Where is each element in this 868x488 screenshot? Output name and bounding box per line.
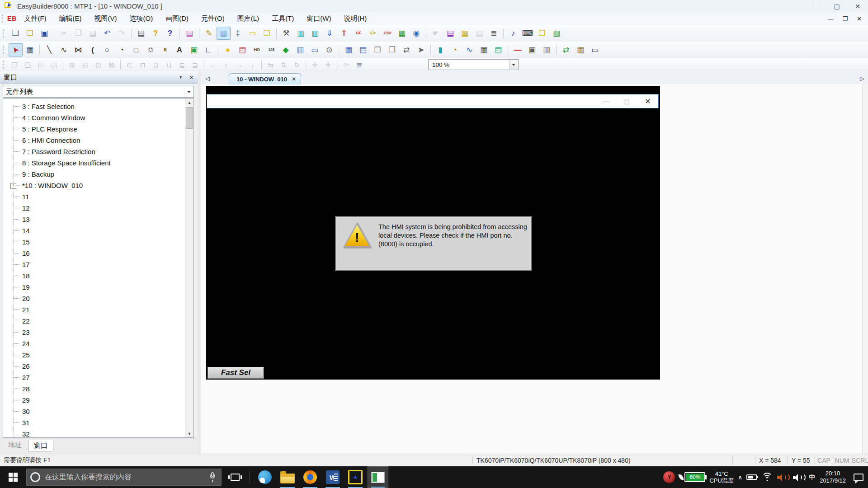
menu-item-t[interactable]: 工具(T) [272,14,294,23]
toolbar-button-save[interactable]: ▣ [38,27,52,40]
toolbar-button-function-key[interactable]: ◆ [279,43,293,56]
menu-item-w[interactable]: 窗口(W) [307,14,331,23]
zoom-dropdown-button[interactable] [509,60,518,69]
toolbar-button-download[interactable]: ⇓ [323,27,337,40]
panel-tab-window[interactable]: 窗口 [28,440,53,451]
maximize-button[interactable]: ▢ [826,0,847,12]
toolbar-button-bar-graph[interactable]: ▮ [434,43,448,56]
canvas-vertical-scrollbar[interactable] [862,84,868,454]
taskbar-app-easybuilder[interactable]: ➤ [345,466,366,488]
menu-item-o2[interactable]: 元件(O) [201,14,225,23]
tree-item-25[interactable]: 25 [3,349,185,361]
tree-item-8[interactable]: 8 : Storage Space Insufficient [3,157,185,169]
toolbar-button-set-word[interactable]: 123 [264,43,278,56]
tree-item-16[interactable]: 16 [3,248,185,259]
tree-expander-icon[interactable]: + [10,183,16,189]
mdi-restore-button[interactable]: ❐ [842,15,848,22]
toolbar-button-set-bit[interactable]: HO [250,43,264,56]
toolbar-button-layer[interactable]: ≣ [353,59,366,70]
fast-sel-button[interactable]: Fast Sel [208,367,264,379]
toolbar-button-help[interactable]: ? [149,27,163,40]
menu-item-f[interactable]: 文件(F) [24,14,46,23]
toolbar-button-backup[interactable]: ▦ [574,43,588,56]
toolbar-button-polyline[interactable]: ⋈ [71,43,85,56]
toolbar-button-ellipse[interactable]: ○ [100,43,114,56]
tree-item-12[interactable]: 12 [3,202,185,214]
taskbar-clock[interactable]: 20:10 2017/9/12 [820,470,846,484]
cpu-temperature[interactable]: 41°C CPU温度 [709,470,733,484]
battery-saver-indicator[interactable]: 60% [679,472,705,482]
tree-item-15[interactable]: 15 [3,236,185,248]
tree-item-20[interactable]: 20 [3,293,185,304]
scroll-down-icon[interactable]: ▼ [185,430,193,437]
toolbar-button-context-help[interactable]: ? [163,27,177,40]
minimize-button[interactable]: — [806,0,826,12]
tree-item-24[interactable]: 24 [3,338,185,349]
toolbar-button-polygon[interactable]: ✩ [144,43,158,56]
action-center-icon[interactable] [854,474,863,481]
toolbar-button-multi-state-switch[interactable]: ▭ [308,43,322,56]
taskbar-app-word[interactable]: W [322,466,343,488]
toolbar-button-new[interactable]: ❏ [9,27,23,40]
tree-item-27[interactable]: 27 [3,372,185,383]
toolbar-button-csv[interactable]: CSV [381,27,395,40]
panel-pin-icon[interactable]: ▼ [179,75,183,80]
menu-item-d[interactable]: 画图(D) [165,14,189,23]
toolbar-button-preview[interactable]: ◉ [410,27,424,40]
toolbar-button-slider[interactable]: ⊙ [322,43,336,56]
toolbar-button-media-player[interactable]: ▭ [588,43,602,56]
tree-item-11[interactable]: 11 [3,191,185,202]
object-list-dropdown[interactable]: 元件列表 [3,86,194,98]
taskbar-search-box[interactable]: 在这里输入你要搜索的内容 [26,469,222,486]
menu-item-v[interactable]: 视图(V) [94,14,117,23]
panel-tab-address[interactable]: 地址 [3,440,27,450]
toolbar-button-sound[interactable]: ♪ [506,27,520,40]
microphone-icon[interactable] [209,472,216,482]
tree-item-32[interactable]: 32 [3,428,185,438]
tree-item-14[interactable]: 14 [3,225,185,236]
toolbar-button-data-transfer[interactable]: ⇄ [559,43,573,56]
tab-close-icon[interactable]: ✕ [292,76,296,82]
toolbar-button-corner[interactable]: ∟ [202,43,216,56]
mdi-minimize-button[interactable]: — [827,15,833,22]
toolbar-button-alarm-bar[interactable]: — [511,43,525,56]
toolbar-button-keyboard[interactable]: ⌨ [521,27,535,40]
hmi-maximize-button[interactable]: ▢ [617,94,637,108]
speaker-icon[interactable] [793,473,805,481]
task-view-button[interactable] [224,466,246,488]
taskbar-app-browser[interactable] [300,466,321,488]
toolbar-button-print[interactable]: ▤ [134,27,148,40]
toolbar-button-simulate[interactable]: ✑ [366,27,380,40]
start-button[interactable] [0,466,26,488]
toolbar-button-tag-library[interactable]: ❒ [535,27,549,40]
tab-scroll-left-icon[interactable]: ◁ [205,75,210,82]
toolbar-button-pie[interactable]: ◔ [115,43,129,56]
dropdown-arrow[interactable] [184,86,193,97]
scroll-up-icon[interactable]: ▲ [185,99,193,106]
menu-item-o[interactable]: 选项(O) [130,14,153,23]
toolbar-button-rebuild[interactable]: ▥ [308,27,322,40]
toolbar-button-recipe[interactable]: ▦ [395,27,409,40]
toolbar-button-snap[interactable]: ‡ [231,27,245,40]
design-canvas[interactable]: — ▢ ✕ ! The HMI system is being prohibit… [201,84,868,454]
toolbar-button-rectangle[interactable]: □ [129,43,143,56]
tree-item-23[interactable]: 23 [3,327,185,338]
toolbar-button-alarm-display[interactable]: ▣ [525,43,539,56]
zoom-combobox[interactable]: 100 % [428,59,519,70]
toolbar-button-library[interactable]: ▤ [443,27,458,40]
tree-item-28[interactable]: 28 [3,383,185,394]
toolbar-button-bezier[interactable]: ∿ [57,43,71,56]
toolbar-button-bit-lamp[interactable]: ● [221,43,235,56]
battery-tray-icon[interactable] [746,474,757,480]
toolbar-button-cf-card[interactable]: CF [352,27,366,40]
toolbar-button-animation[interactable]: ➤ [414,43,428,56]
mdi-close-button[interactable]: ✕ [857,15,862,22]
toolbar-button-address-grid[interactable]: ▦ [458,27,472,40]
toolbar-button-scale[interactable]: ‖| [158,43,172,56]
toolbar-button-indirect-window[interactable]: ❒ [371,43,385,56]
close-button[interactable]: ✕ [847,0,868,12]
scrollbar-thumb[interactable] [186,107,193,129]
tree-item-17[interactable]: 17 [3,259,185,270]
tree-item-30[interactable]: 30 [3,406,185,417]
toolbar-button-grid[interactable]: ▦ [217,27,231,40]
